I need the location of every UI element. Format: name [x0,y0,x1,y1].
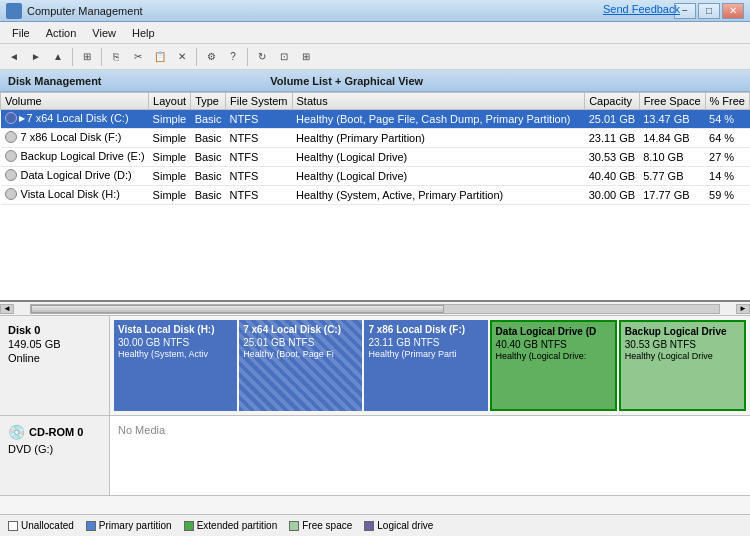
toolbar-separator-3 [196,48,197,66]
table-row[interactable]: Backup Logical Drive (E:)SimpleBasicNTFS… [1,148,750,167]
menu-file[interactable]: File [4,25,38,41]
legend-free-label: Free space [302,520,352,531]
partition-item[interactable]: 7 x64 Local Disk (C:)25.01 GB NTFSHealth… [239,320,362,411]
up-button[interactable]: ▲ [48,47,68,67]
col-filesystem: File System [226,93,292,110]
toolbar-separator-1 [72,48,73,66]
close-button[interactable]: ✕ [722,3,744,19]
scroll-right-button[interactable]: ► [736,304,750,314]
table-cell: Healthy (Logical Drive) [292,148,585,167]
table-cell: Basic [191,148,226,167]
legend: Unallocated Primary partition Extended p… [0,514,750,536]
table-cell: 7 x86 Local Disk (F:) [1,129,149,148]
cdrom0-section: 💿 CD-ROM 0 DVD (G:) No Media [0,416,750,496]
horizontal-scrollbar[interactable]: ◄ ► [0,302,750,316]
table-cell: 14 % [705,167,749,186]
table-row[interactable]: ▶ 7 x64 Local Disk (C:)SimpleBasicNTFSHe… [1,110,750,129]
show-hide-button[interactable]: ⊞ [77,47,97,67]
partition-name: 7 x64 Local Disk (C:) [243,324,358,335]
section-header: Disk Management Volume List + Graphical … [0,70,750,92]
legend-primary: Primary partition [86,520,172,531]
menu-help[interactable]: Help [124,25,163,41]
table-cell: ▶ 7 x64 Local Disk (C:) [1,110,149,129]
table-cell: Simple [149,148,191,167]
partition-item[interactable]: Vista Local Disk (H:)30.00 GB NTFSHealth… [114,320,237,411]
legend-extended: Extended partition [184,520,278,531]
partition-item[interactable]: Backup Logical Drive30.53 GB NTFSHealthy… [619,320,746,411]
legend-logical-box [364,521,374,531]
menu-action[interactable]: Action [38,25,85,41]
partition-status: Healthy (Logical Drive: [496,351,611,361]
toolbar: ◄ ► ▲ ⊞ ⎘ ✂ 📋 ✕ ⚙ ? ↻ ⊡ ⊞ [0,44,750,70]
scrollbar-thumb[interactable] [31,305,444,313]
legend-unalloc-label: Unallocated [21,520,74,531]
back-button[interactable]: ◄ [4,47,24,67]
partition-item[interactable]: 7 x86 Local Disk (F:)23.11 GB NTFSHealth… [364,320,487,411]
volume-table-area: Volume Layout Type File System Status Ca… [0,92,750,302]
table-cell: Data Logical Drive (D:) [1,167,149,186]
partition-item[interactable]: Data Logical Drive (D40.40 GB NTFSHealth… [490,320,617,411]
paste-button[interactable]: 📋 [150,47,170,67]
properties-button[interactable]: ⚙ [201,47,221,67]
table-cell: NTFS [226,167,292,186]
table-cell: Basic [191,167,226,186]
table-cell: NTFS [226,110,292,129]
col-capacity: Capacity [585,93,639,110]
table-cell: 5.77 GB [639,167,705,186]
table-cell: Healthy (Logical Drive) [292,167,585,186]
table-row[interactable]: Vista Local Disk (H:)SimpleBasicNTFSHeal… [1,186,750,205]
partition-name: Vista Local Disk (H:) [118,324,233,335]
legend-unallocated: Unallocated [8,520,74,531]
graphical-view: Disk 0 149.05 GB Online Vista Local Disk… [0,316,750,514]
partition-size: 23.11 GB NTFS [368,337,483,348]
toolbar-separator-2 [101,48,102,66]
export-button[interactable]: ⊡ [274,47,294,67]
cut-button[interactable]: ✂ [128,47,148,67]
table-body: ▶ 7 x64 Local Disk (C:)SimpleBasicNTFSHe… [1,110,750,205]
col-freespace: Free Space [639,93,705,110]
view-button[interactable]: ⊞ [296,47,316,67]
table-cell: NTFS [226,129,292,148]
refresh-button[interactable]: ↻ [252,47,272,67]
disk0-section: Disk 0 149.05 GB Online Vista Local Disk… [0,316,750,416]
send-feedback-link[interactable]: Send Feedback [603,3,680,15]
table-cell: 23.11 GB [585,129,639,148]
scroll-left-button[interactable]: ◄ [0,304,14,314]
table-cell: 40.40 GB [585,167,639,186]
section-left: Disk Management [8,75,102,87]
legend-free: Free space [289,520,352,531]
table-cell: Backup Logical Drive (E:) [1,148,149,167]
table-cell: Vista Local Disk (H:) [1,186,149,205]
disk0-partitions: Vista Local Disk (H:)30.00 GB NTFSHealth… [110,316,750,415]
delete-button[interactable]: ✕ [172,47,192,67]
help-button[interactable]: ? [223,47,243,67]
cdrom0-content: No Media [110,416,750,495]
cdrom-icon: 💿 [8,424,25,440]
partition-name: 7 x86 Local Disk (F:) [368,324,483,335]
partition-status: Healthy (System, Activ [118,349,233,359]
section-right: Volume List + Graphical View [270,75,423,87]
col-status: Status [292,93,585,110]
menu-view[interactable]: View [84,25,124,41]
table-row[interactable]: 7 x86 Local Disk (F:)SimpleBasicNTFSHeal… [1,129,750,148]
partition-size: 40.40 GB NTFS [496,339,611,350]
disk0-name: Disk 0 [8,324,101,336]
copy-button[interactable]: ⎘ [106,47,126,67]
table-cell: 13.47 GB [639,110,705,129]
disk0-size: 149.05 GB [8,338,101,350]
legend-extended-box [184,521,194,531]
table-cell: Simple [149,129,191,148]
cdrom0-name: CD-ROM 0 [29,426,83,438]
window-controls: − □ ✕ [674,3,744,19]
forward-button[interactable]: ► [26,47,46,67]
table-row[interactable]: Data Logical Drive (D:)SimpleBasicNTFSHe… [1,167,750,186]
table-cell: 27 % [705,148,749,167]
table-cell: Simple [149,110,191,129]
cdrom0-status: No Media [118,424,165,436]
table-cell: 30.00 GB [585,186,639,205]
table-cell: Basic [191,186,226,205]
maximize-button[interactable]: □ [698,3,720,19]
scrollbar-track[interactable] [30,304,720,314]
partition-size: 30.00 GB NTFS [118,337,233,348]
table-cell: Healthy (System, Active, Primary Partiti… [292,186,585,205]
